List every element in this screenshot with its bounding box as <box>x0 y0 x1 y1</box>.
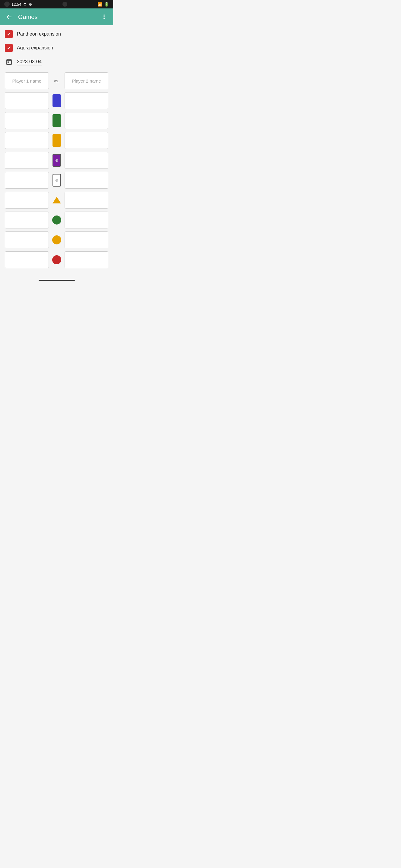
score-row-circle-red <box>5 251 108 268</box>
status-circle <box>4 1 10 7</box>
blue-card-icon <box>51 94 62 107</box>
calendar-icon[interactable] <box>5 58 13 66</box>
player2-score-circle-red[interactable] <box>64 251 109 268</box>
score-row-green <box>5 112 108 129</box>
date-value[interactable]: 2023-03-04 <box>17 59 41 65</box>
vs-label: vs. <box>51 79 62 83</box>
player1-score-blue[interactable] <box>5 92 49 109</box>
player2-score-triangle[interactable] <box>64 192 109 209</box>
purple-gear-card-icon: ⚙ <box>51 154 62 167</box>
player1-score-circle-red[interactable] <box>5 251 49 268</box>
player1-score-white-gear[interactable] <box>5 172 49 189</box>
pantheon-label: Pantheon expansion <box>17 31 61 37</box>
score-row-purple-gear: ⚙ <box>5 152 108 169</box>
yellow-card-icon <box>51 134 62 147</box>
player1-placeholder: Player 1 name <box>12 79 41 84</box>
player1-score-green[interactable] <box>5 112 49 129</box>
score-row-yellow-card <box>5 132 108 149</box>
content-area: ✓ Pantheon expansion ✓ Agora expansion 2… <box>0 25 113 276</box>
player2-score-green[interactable] <box>64 112 109 129</box>
extra-icon: ⚙ <box>29 2 32 7</box>
circle-yellow-icon <box>51 236 62 244</box>
check-icon-2: ✓ <box>7 45 11 51</box>
gear-icon-purple: ⚙ <box>55 158 59 163</box>
player1-score-yellow-card[interactable] <box>5 132 49 149</box>
score-row-triangle <box>5 192 108 209</box>
score-row-circle-green <box>5 212 108 228</box>
triangle-icon <box>51 197 62 204</box>
player1-score-circle-yellow[interactable] <box>5 231 49 248</box>
camera-dot <box>62 2 67 7</box>
player2-score-blue[interactable] <box>64 92 109 109</box>
nav-pill <box>39 280 75 281</box>
nav-bar <box>0 276 113 284</box>
gear-icon-white: ⚙ <box>55 178 59 183</box>
player1-name-input[interactable]: Player 1 name <box>5 72 49 89</box>
green-card-icon <box>51 114 62 127</box>
more-options-button[interactable] <box>99 11 110 22</box>
player1-score-purple-gear[interactable] <box>5 152 49 169</box>
circle-red-icon <box>51 255 62 264</box>
player2-score-purple-gear[interactable] <box>64 152 109 169</box>
battery-icon: 🔋 <box>104 2 109 7</box>
agora-expansion-row[interactable]: ✓ Agora expansion <box>5 44 108 52</box>
player1-score-circle-green[interactable] <box>5 212 49 228</box>
back-button[interactable] <box>4 11 15 22</box>
status-time: 12:54 <box>11 2 22 7</box>
signal-icon: 📶 <box>97 2 102 7</box>
player2-score-circle-yellow[interactable] <box>64 231 109 248</box>
pantheon-checkbox[interactable]: ✓ <box>5 30 13 38</box>
player1-score-triangle[interactable] <box>5 192 49 209</box>
white-gear-card-icon: ⚙ <box>51 174 62 187</box>
settings-icon: ⚙ <box>23 2 27 7</box>
pantheon-expansion-row[interactable]: ✓ Pantheon expansion <box>5 30 108 38</box>
agora-checkbox[interactable]: ✓ <box>5 44 13 52</box>
status-bar: 12:54 ⚙ ⚙ 📶 🔋 <box>0 0 113 8</box>
page-title: Games <box>18 13 95 21</box>
player2-score-white-gear[interactable] <box>64 172 109 189</box>
date-row: 2023-03-04 <box>5 58 108 66</box>
score-row-white-gear: ⚙ <box>5 172 108 189</box>
status-right: 📶 🔋 <box>97 2 109 7</box>
player2-score-circle-green[interactable] <box>64 212 109 228</box>
player2-score-yellow-card[interactable] <box>64 132 109 149</box>
app-bar: Games <box>0 8 113 25</box>
score-row-circle-yellow <box>5 231 108 248</box>
player2-placeholder: Player 2 name <box>72 79 101 84</box>
player-header-row: Player 1 name vs. Player 2 name <box>5 72 108 89</box>
agora-label: Agora expansion <box>17 45 53 51</box>
check-icon: ✓ <box>7 31 11 37</box>
circle-green-icon <box>51 216 62 224</box>
player2-name-input[interactable]: Player 2 name <box>64 72 109 89</box>
status-left: 12:54 ⚙ ⚙ <box>4 1 32 7</box>
score-row-blue <box>5 92 108 109</box>
